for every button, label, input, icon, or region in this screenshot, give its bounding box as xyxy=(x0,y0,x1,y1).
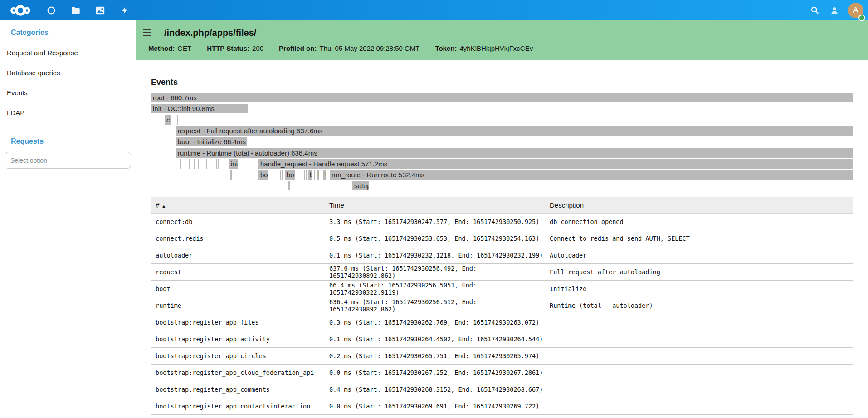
sidebar-item-request-and-response[interactable]: Request and Response xyxy=(0,43,136,63)
event-description-cell xyxy=(545,398,853,414)
http-status-label: HTTP Status: xyxy=(207,44,249,52)
timeline-tick xyxy=(206,159,207,169)
sort-ascending-icon: ▲ xyxy=(161,204,166,209)
search-icon[interactable] xyxy=(810,5,819,15)
timeline-bar: bo xyxy=(258,170,268,180)
app-button-activity[interactable] xyxy=(112,0,137,20)
event-description-cell xyxy=(545,364,853,381)
timeline-bar: bo xyxy=(285,170,295,180)
files-app-icon[interactable] xyxy=(71,5,81,15)
table-row: bootstrap:register_app_circles0.2 ms (St… xyxy=(151,347,853,364)
timeline-tick xyxy=(189,159,190,169)
request-path-title: /index.php/apps/files/ xyxy=(164,28,256,38)
table-row: connect:redis0.5 ms (Start: 165174293025… xyxy=(151,230,853,247)
event-name-cell: request xyxy=(151,263,325,280)
timeline-bar: boot - Initialize 66.4ms xyxy=(176,137,247,146)
event-name-cell: bootstrap:register_app_activity xyxy=(151,331,325,347)
event-description-cell xyxy=(545,331,853,347)
timeline-tick xyxy=(180,159,181,169)
timeline-tick xyxy=(314,170,315,180)
description-column-label: Description xyxy=(550,201,584,209)
event-name-cell: connect:redis xyxy=(151,230,325,247)
user-avatar[interactable]: A xyxy=(848,3,863,18)
event-time-cell: 66.4 ms (Start: 1651742930256.5051, End:… xyxy=(325,280,545,297)
timeline-tick xyxy=(306,170,307,180)
event-description-cell xyxy=(545,347,853,364)
event-time-cell: 3.3 ms (Start: 1651742930247.577, End: 1… xyxy=(325,213,545,230)
circles-app-icon[interactable] xyxy=(46,5,56,15)
timeline-tick xyxy=(200,159,200,169)
contacts-button[interactable] xyxy=(824,0,844,20)
table-row: request637.6 ms (Start: 1651742930256.49… xyxy=(151,263,853,280)
status-indicator xyxy=(858,15,865,21)
event-description-cell: Initialize xyxy=(545,280,853,297)
event-time-cell: 0.1 ms (Start: 1651742930232.1218, End: … xyxy=(325,247,545,263)
activity-app-icon[interactable] xyxy=(120,6,129,15)
timeline-tick xyxy=(218,159,219,169)
event-description-cell: Connect to redis and send AUTH, SELECT xyxy=(545,230,853,247)
table-row: autoloader0.1 ms (Start: 1651742930232.1… xyxy=(151,247,853,263)
event-time-cell: 637.6 ms (Start: 1651742930256.492, End:… xyxy=(325,263,545,280)
event-time-cell: 0.4 ms (Start: 1651742930268.3152, End: … xyxy=(325,381,545,398)
nextcloud-logo[interactable] xyxy=(0,5,31,16)
timeline-bar: setup xyxy=(352,181,369,190)
token-value: 4yhKlBHkjpHVkjFxcCEv xyxy=(459,44,533,52)
event-name-cell: bootstrap:register_app_circles xyxy=(151,347,325,364)
contacts-icon[interactable] xyxy=(829,5,839,15)
app-button-photos[interactable] xyxy=(88,0,112,20)
time-column-label: Time xyxy=(329,201,344,209)
column-header-time[interactable]: Time xyxy=(325,197,545,213)
timeline-bar: l xyxy=(288,181,290,190)
app-button-files[interactable] xyxy=(63,0,88,20)
timeline-bar: root - 660.7ms xyxy=(151,93,853,102)
timeline-bar: init - OC::init 90.8ms xyxy=(151,104,248,113)
top-navigation-bar: A xyxy=(0,0,868,20)
timeline-tick xyxy=(216,159,217,169)
event-time-cell: 0.1 ms (Start: 1651742930264.4502, End: … xyxy=(325,331,545,347)
event-description-cell: Full request after autoloading xyxy=(545,263,853,280)
event-description-cell: Autoloader xyxy=(545,247,853,263)
content-area: Events root - 660.7msinit - OC::init 90.… xyxy=(136,78,868,415)
menu-toggle-button[interactable] xyxy=(143,29,152,36)
table-row: bootstrap:register_app_files0.3 ms (Star… xyxy=(151,314,853,331)
sidebar-item-database-queries[interactable]: Database queries xyxy=(0,63,136,83)
timeline-bar: b xyxy=(308,170,312,180)
events-table: #▲ Time Description connect:db3.3 ms (St… xyxy=(151,197,853,415)
timeline-tick xyxy=(282,170,283,180)
sidebar-item-events[interactable]: Events xyxy=(0,83,136,103)
profiled-on-meta: Profiled on:Thu, 05 May 2022 09:28:50 GM… xyxy=(279,44,419,52)
event-description-cell xyxy=(545,381,853,398)
request-select-input[interactable] xyxy=(5,152,131,169)
profiled-on-label: Profiled on: xyxy=(279,44,317,52)
app-button-circles[interactable] xyxy=(39,0,63,20)
http-status-meta: HTTP Status:200 xyxy=(207,44,263,52)
timeline-bar: l xyxy=(323,170,326,180)
table-header-row: #▲ Time Description xyxy=(151,197,853,213)
events-table-body: connect:db3.3 ms (Start: 1651742930247.5… xyxy=(151,213,853,414)
table-row: bootstrap:register_app_cloud_federation_… xyxy=(151,364,853,381)
event-name-cell: bootstrap:register_app_files xyxy=(151,314,325,331)
timeline-bar: runtime - Runtime (total - autoloader) 6… xyxy=(176,148,853,158)
event-name-cell: bootstrap:register_app_cloud_federation_… xyxy=(151,364,325,381)
column-header-description[interactable]: Description xyxy=(545,197,853,213)
timeline-tick xyxy=(304,170,305,180)
search-button[interactable] xyxy=(805,0,824,20)
table-row: runtime636.4 ms (Start: 1651742930256.51… xyxy=(151,297,853,314)
nextcloud-logo-icon[interactable] xyxy=(10,5,31,16)
timeline-tick xyxy=(230,170,232,180)
avatar-letter: A xyxy=(853,6,858,15)
event-name-cell: connect:db xyxy=(151,213,325,230)
sidebar-category-list: Request and ResponseDatabase queriesEven… xyxy=(0,43,136,123)
event-description-cell: Runtime (total - autoloader) xyxy=(545,297,853,314)
method-value: GET xyxy=(177,44,191,52)
timeline-bar: ini xyxy=(229,159,238,169)
event-time-cell: 0.0 ms (Start: 1651742930267.252, End: 1… xyxy=(325,364,545,381)
photos-app-icon[interactable] xyxy=(95,5,105,15)
timeline-bar: run_route - Run route 532.4ms xyxy=(330,170,853,180)
column-header-number[interactable]: #▲ xyxy=(151,197,325,213)
event-description-cell: db connection opened xyxy=(545,213,853,230)
sidebar-item-ldap[interactable]: LDAP xyxy=(0,103,136,123)
event-time-cell: 0.0 ms (Start: 1651742930269.691, End: 1… xyxy=(325,398,545,414)
method-label: Method: xyxy=(148,44,175,52)
number-column-label: # xyxy=(156,201,159,209)
